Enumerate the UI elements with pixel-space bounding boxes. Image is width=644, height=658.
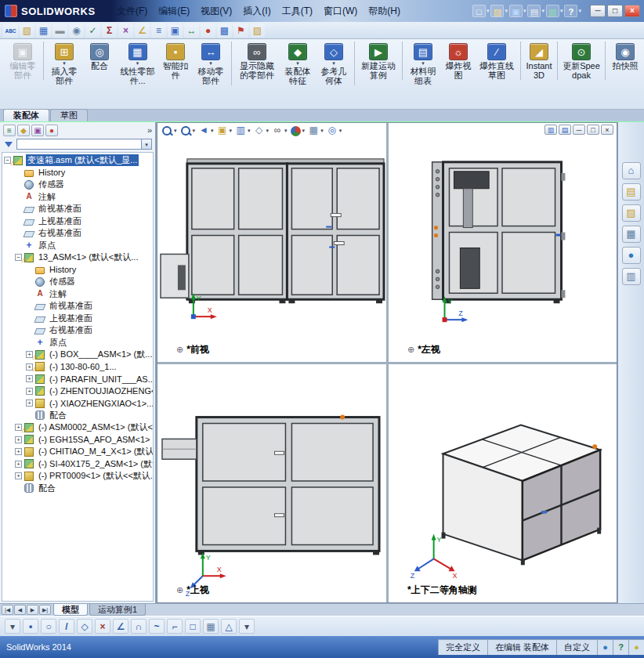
open-button[interactable]: ▨ ▾ [490,5,508,17]
tree-item[interactable]: 上视基准面 [2,313,153,325]
tree-item[interactable]: History [2,167,153,179]
dropdown-caret-icon[interactable]: ▾ [174,128,177,134]
angle-tool-icon[interactable]: ∠ [113,619,128,634]
tree-item[interactable]: 配合 [2,483,153,495]
forward-button[interactable]: ▶| [39,605,51,615]
bill-of-materials-button[interactable]: ▤ ▾ 材料明细表 [405,42,441,85]
tab-assembly[interactable]: 装配体 [3,109,49,121]
tree-item[interactable]: (-) XIAOZHENGXIAO<1>... [2,397,153,410]
show-hidden-components-button[interactable]: ∞ ▾ 显示隐藏的零部件 [234,42,280,80]
filter-input[interactable] [16,139,142,150]
dropdown-caret-icon[interactable]: ▾ [302,128,306,134]
tree-item[interactable]: (-) CHITIAO_M_4_X<1> (默认... [2,446,153,458]
assembly-features-button[interactable]: ◆ ▾ 装配体特征 [280,42,316,85]
edit-appearance-icon[interactable] [291,126,301,136]
flag-icon[interactable]: ⚑ [233,24,248,38]
help-button[interactable]: ? ▾ [564,5,582,17]
print-button[interactable]: ▤ ▾ [527,5,545,17]
dropdown-caret-icon[interactable]: ▾ [248,128,251,134]
instant3d-button[interactable]: ◢ ▾ Instant3D [523,42,558,80]
toolbox-button[interactable]: ▥ ▾ [546,5,564,17]
viewport-front[interactable]: Y X ⊕ *前视 [157,123,386,362]
expand-toggle[interactable] [26,400,33,407]
erase-tool-icon[interactable]: × [95,619,110,634]
dropdown-caret-icon[interactable]: ▾ [193,128,196,134]
format-painter-icon[interactable]: ▧ [20,24,34,38]
section-properties-icon[interactable]: ▣ [168,24,183,38]
zoom-area-icon[interactable] [179,125,192,137]
close-window-icon[interactable]: × [601,125,613,135]
view-palette-icon[interactable]: ▦ [622,226,641,243]
filter-caret-icon[interactable]: ▾ [142,139,152,150]
display-style-icon[interactable]: ◇ [253,125,266,137]
tree-item[interactable]: (-) PRT0009<1> (默认<<默认... [2,470,153,483]
rectangle-tool-icon[interactable]: □ [185,619,201,634]
expand-toggle[interactable] [26,388,33,395]
resources-icon[interactable]: ⌂ [622,162,641,179]
check-icon[interactable]: ✓ [85,24,100,38]
tree-item[interactable]: 前视基准面 [2,203,153,215]
appearance-icon[interactable]: ● [201,24,215,38]
select-tool-icon[interactable]: ▾ [5,619,20,634]
previous-view-icon[interactable]: ◄ [197,125,210,137]
tree-item[interactable]: 变速箱.asm (默认<默认_显... [2,154,153,167]
viewport-single-icon[interactable]: ▤ [559,125,571,135]
smart-fasteners-button[interactable]: ▪ ▾ 智能扣件 [158,42,193,80]
line-tool-icon[interactable]: / [59,619,74,634]
scene-icon[interactable]: ▩ [217,24,232,38]
save-button[interactable]: ▣ ▾ [509,5,527,17]
menu-window[interactable]: 窗口(W) [318,0,363,22]
insert-components-button[interactable]: ⊞ ▾ 插入零部件 [46,42,82,85]
corner-tool-icon[interactable]: ⌐ [167,619,183,634]
linear-component-pattern-button[interactable]: ▦ ▾ 线性零部件... [117,42,158,85]
tree-item[interactable]: (-) 130-80-60_1... [2,361,153,374]
expand-toggle[interactable] [26,375,33,382]
reference-geometry-button[interactable]: ◇ ▾ 参考几何体 [316,42,355,85]
design-library-icon[interactable]: ▤ [622,183,641,201]
dropdown-caret-icon[interactable]: ▾ [320,128,324,134]
tree-item[interactable]: 传感器 [2,179,153,191]
viewport-split-icon[interactable]: ▥ [545,125,557,135]
dropdown-caret-icon[interactable]: ▾ [339,128,342,134]
menu-insert[interactable]: 插入(I) [237,0,276,22]
new-document-button[interactable]: □ ▾ [472,5,490,17]
tab-sketch[interactable]: 草图 [50,109,88,121]
next-button[interactable]: ▶ [27,605,38,615]
menu-edit[interactable]: 编辑(E) [153,0,195,22]
displaymanager-tab-icon[interactable]: ● [45,125,58,136]
arc-tool-icon[interactable]: ∩ [131,619,147,634]
explode-line-sketch-button[interactable]: ∕ ▾ 爆炸直线草图 [476,42,521,80]
tab-motion-study[interactable]: 运动算例1 [89,604,146,616]
tab-model[interactable]: 模型 [53,604,88,616]
tree-item[interactable]: 原点 [2,337,153,349]
exploded-view-button[interactable]: ☼ ▾ 爆炸视图 [441,42,476,80]
panel-more-chevron[interactable]: » [147,125,152,135]
dropdown-caret-icon[interactable]: ▾ [266,128,270,134]
tree-item[interactable]: 上视基准面 [2,215,153,228]
view-orientation-icon[interactable]: ▥ [234,125,247,137]
move-component-button[interactable]: ↔ ▾ 移动零部件 [193,42,232,85]
cut-list-icon[interactable]: × [118,24,133,38]
viewport-splitter-horizontal[interactable] [157,362,617,364]
viewport-isometric[interactable]: Y X Z *上下二等角轴测 [389,364,617,602]
spline-tool-icon[interactable]: ~ [149,619,165,634]
tree-item[interactable]: (-) BOX____ASM<1> (默... [2,349,153,361]
tree-item[interactable]: (-) ZHENTOUJIAOZHENG<... [2,385,153,398]
maximize-button[interactable]: □ [607,5,623,17]
dimension-icon[interactable]: ↔ [184,24,199,38]
dropdown-caret-icon[interactable]: ▾ [284,128,288,134]
tree-item[interactable]: 配合 [2,410,153,422]
expand-toggle[interactable] [15,461,22,468]
measure-icon[interactable]: ∠ [135,24,150,38]
grid-tool-icon[interactable]: ▦ [203,619,219,634]
close-button[interactable]: × [624,5,640,17]
menu-help[interactable]: 帮助(H) [363,0,406,22]
help-icon[interactable]: ? [613,639,628,655]
tree-item[interactable]: (-) SI-40X175_2_ASM<1> (默认... [2,458,153,471]
tree-item[interactable]: 注解 [2,191,153,204]
minimize-button[interactable]: ─ [590,5,606,17]
section-view-icon[interactable]: ▣ [216,125,229,137]
apply-scene-icon[interactable]: ▦ [307,125,320,137]
minimize-window-icon[interactable]: ─ [573,125,585,135]
tree-item[interactable]: 传感器 [2,276,153,288]
